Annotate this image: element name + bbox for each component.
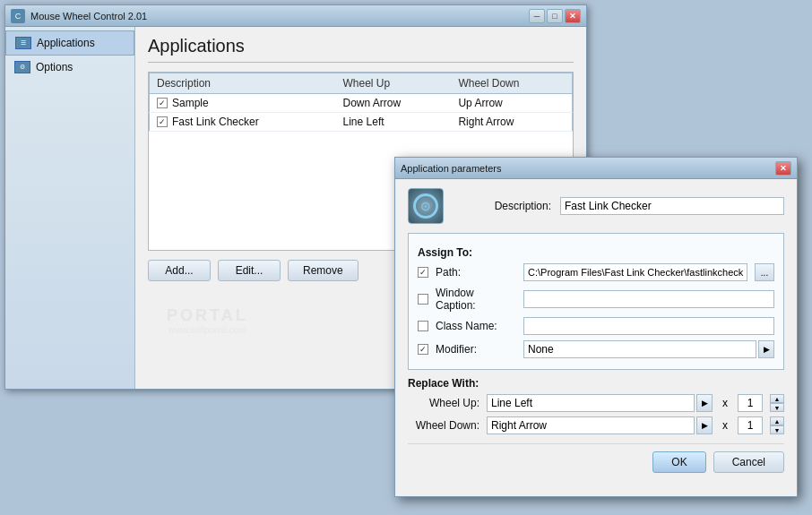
wheel-down-count[interactable]: [738, 416, 763, 434]
options-icon: ⚙: [14, 61, 30, 73]
window-caption-label: Window Caption:: [436, 287, 516, 312]
wheel-down-arrow-button[interactable]: ▶: [696, 416, 713, 434]
assign-to-label: Assign To:: [418, 246, 774, 259]
path-input[interactable]: [523, 263, 747, 281]
row2-wheel-down: Right Arrow: [451, 113, 572, 132]
row1-description: ✓ Sample: [150, 94, 336, 113]
watermark-url: www.softportal.com: [167, 325, 248, 335]
watermark: PORTAL www.softportal.com: [167, 306, 248, 335]
main-close-button[interactable]: ✕: [565, 9, 581, 23]
modifier-row: ✓ Modifier: ▶: [418, 340, 774, 358]
app-icon: C: [11, 9, 25, 23]
row2-description: ✓ Fast Link Checker: [150, 113, 336, 132]
add-button[interactable]: Add...: [148, 260, 211, 281]
path-label: Path:: [436, 266, 516, 279]
logo-inner: ⊙: [413, 193, 438, 219]
wheel-down-row: Wheel Down: ▶ x ▲ ▼: [408, 416, 784, 434]
modifier-arrow-button[interactable]: ▶: [758, 340, 774, 358]
col-description: Description: [150, 73, 336, 94]
edit-button[interactable]: Edit...: [218, 260, 281, 281]
col-wheel-down: Wheel Down: [451, 73, 572, 94]
description-input[interactable]: [560, 197, 784, 215]
dialog-close-button[interactable]: ✕: [775, 161, 791, 176]
class-name-checkbox[interactable]: [418, 321, 428, 331]
sidebar-options-label: Options: [36, 61, 73, 73]
row2-checkbox[interactable]: ✓: [157, 116, 168, 127]
wheel-down-input[interactable]: [487, 416, 695, 434]
sidebar-item-applications[interactable]: ☰ Applications: [5, 30, 134, 56]
wheel-up-arrow-button[interactable]: ▶: [696, 394, 713, 412]
replace-with-label: Replace With:: [408, 377, 784, 390]
table-row: ✓ Fast Link Checker Line Left Right Arro…: [150, 113, 573, 132]
sidebar-item-options[interactable]: ⚙ Options: [5, 56, 134, 79]
wheel-down-label: Wheel Down:: [408, 419, 479, 432]
main-title-bar: C Mouse Wheel Control 2.01 ─ □ ✕: [5, 5, 586, 27]
wheel-down-count-down[interactable]: ▼: [770, 425, 784, 434]
col-wheel-up: Wheel Up: [336, 73, 452, 94]
minimize-button[interactable]: ─: [529, 9, 545, 23]
ok-button[interactable]: OK: [652, 451, 705, 473]
description-row: ⊙ Description:: [408, 188, 784, 224]
window-caption-input[interactable]: [523, 290, 774, 308]
applications-table: Description Wheel Up Wheel Down ✓ Sample: [149, 73, 573, 132]
path-checkbox[interactable]: ✓: [418, 267, 428, 278]
window-caption-row: Window Caption:: [418, 287, 774, 312]
wheel-up-label: Wheel Up:: [408, 397, 479, 409]
dialog-buttons: OK Cancel: [408, 443, 784, 473]
sidebar-applications-label: Applications: [37, 37, 95, 49]
class-name-input[interactable]: [523, 317, 774, 335]
browse-button[interactable]: ...: [755, 263, 774, 281]
watermark-portal: PORTAL: [167, 306, 248, 325]
content-title: Applications: [148, 36, 574, 63]
window-caption-checkbox[interactable]: [418, 294, 428, 305]
class-name-label: Class Name:: [436, 320, 516, 332]
wheel-up-multiply: x: [722, 397, 728, 409]
wheel-up-count-down[interactable]: ▼: [770, 403, 784, 412]
dialog-title: Application parameters: [401, 163, 502, 174]
dialog-title-bar: Application parameters ✕: [395, 158, 797, 179]
wheel-down-count-up[interactable]: ▲: [770, 416, 784, 425]
description-label: Description:: [453, 200, 551, 212]
modifier-label: Modifier:: [436, 343, 516, 356]
applications-icon: ☰: [15, 37, 31, 49]
row1-wheel-up: Down Arrow: [336, 94, 452, 113]
row2-wheel-up: Line Left: [336, 113, 452, 132]
maximize-button[interactable]: □: [547, 9, 563, 23]
table-row: ✓ Sample Down Arrow Up Arrow: [150, 94, 573, 113]
sidebar: ☰ Applications ⚙ Options: [5, 27, 135, 389]
dialog-app-parameters: Application parameters ✕ ⊙ Description: …: [394, 157, 798, 497]
wheel-up-row: Wheel Up: ▶ x ▲ ▼: [408, 394, 784, 412]
wheel-up-input[interactable]: [487, 394, 695, 412]
wheel-down-multiply: x: [722, 419, 728, 432]
path-row: ✓ Path: ...: [418, 263, 774, 281]
remove-button[interactable]: Remove: [288, 260, 358, 281]
app-logo: ⊙: [408, 188, 444, 224]
class-name-row: Class Name:: [418, 317, 774, 335]
row1-checkbox[interactable]: ✓: [157, 98, 168, 108]
wheel-up-count[interactable]: [738, 394, 763, 412]
modifier-input[interactable]: [523, 340, 756, 358]
assign-section: Assign To: ✓ Path: ... Window Caption: C…: [408, 233, 784, 370]
replace-section: Replace With: Wheel Up: ▶ x ▲ ▼ Wheel Do…: [408, 377, 784, 434]
cancel-button[interactable]: Cancel: [713, 451, 784, 473]
main-window-title: Mouse Wheel Control 2.01: [30, 11, 147, 21]
wheel-up-count-up[interactable]: ▲: [770, 394, 784, 403]
modifier-checkbox[interactable]: ✓: [418, 344, 428, 355]
row1-wheel-down: Up Arrow: [451, 94, 572, 113]
dialog-body: ⊙ Description: Assign To: ✓ Path: ... Wi…: [395, 179, 797, 482]
